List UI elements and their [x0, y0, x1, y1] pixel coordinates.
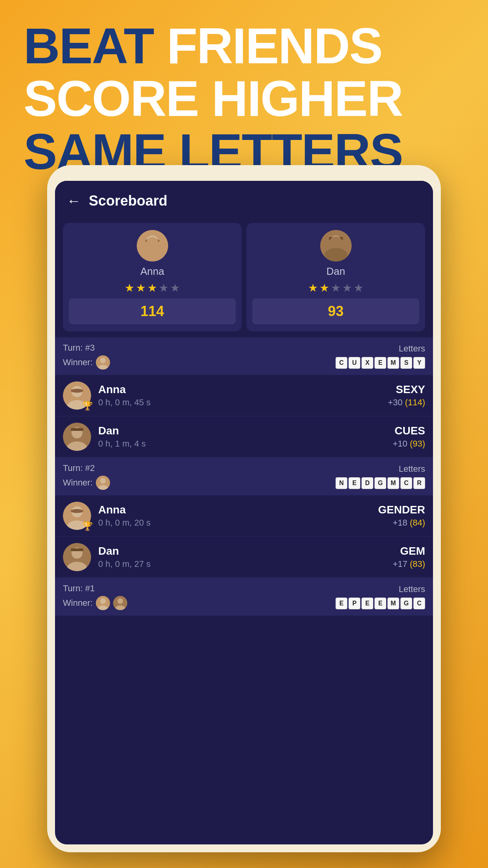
player-name-anna: Anna: [140, 265, 164, 278]
letters-label-2: Letters: [399, 464, 425, 474]
stars-anna: ★ ★ ★ ★ ★: [125, 281, 180, 294]
move-points: +30 (114): [388, 397, 425, 408]
hero-line-1: BEAT FRIENDS: [24, 20, 464, 72]
score-dan: 93: [252, 298, 419, 324]
move-player-name-anna-2: Anna: [98, 504, 371, 516]
tile: X: [361, 357, 373, 369]
total-dan-2: (83): [410, 559, 425, 569]
tile: M: [387, 477, 399, 489]
turn-divider-3: Turn: #3 Winner: Letters: [55, 337, 433, 375]
star-5: ★: [354, 281, 363, 294]
move-word: SEXY: [388, 383, 425, 396]
move-info-dan-2: Dan 0 h, 0 m, 27 s: [98, 545, 385, 569]
tile: E: [349, 477, 360, 489]
star-2: ★: [319, 281, 329, 294]
tile: S: [400, 357, 412, 369]
winner-text-3: Winner:: [63, 357, 93, 368]
players-row: Anna ★ ★ ★ ★ ★ 114: [55, 217, 433, 337]
hero-friends: FRIENDS: [154, 18, 382, 74]
total-points: (114): [405, 397, 425, 407]
game-log[interactable]: Turn: #3 Winner: Letters: [55, 337, 433, 844]
move-avatar-wrap-dan: [63, 423, 91, 451]
turn-winner-3: Winner:: [63, 355, 110, 370]
svg-point-2: [141, 250, 163, 261]
star-5: ★: [170, 281, 180, 294]
move-row-dan-3: Dan 0 h, 1 m, 4 s CUES +10 (93): [55, 416, 433, 458]
move-avatar-wrap-dan-2: [63, 543, 91, 571]
svg-rect-7: [329, 237, 343, 240]
move-score-anna-3: SEXY +30 (114): [388, 383, 425, 408]
turn-label-2: Turn: #2: [63, 463, 110, 473]
tile: C: [400, 477, 412, 489]
move-avatar-dan: [63, 423, 91, 451]
svg-point-20: [100, 478, 106, 484]
svg-point-4: [320, 230, 352, 261]
move-info-dan-3: Dan 0 h, 1 m, 4 s: [98, 425, 385, 449]
move-time-dan-2: 0 h, 0 m, 27 s: [98, 559, 385, 569]
tile: E: [336, 598, 347, 609]
back-button[interactable]: ←: [67, 193, 81, 209]
total-points-dan: (93): [410, 439, 425, 449]
tile: M: [387, 357, 399, 369]
turn-left-2: Turn: #2 Winner:: [63, 463, 110, 490]
letters-label-3: Letters: [399, 344, 425, 354]
move-word-dan: CUES: [393, 425, 425, 437]
star-4: ★: [342, 281, 352, 294]
move-player-name-dan-2: Dan: [98, 545, 385, 557]
hero-section: BEAT FRIENDS SCORE HIGHER SAME LETTERS: [24, 20, 464, 178]
turn-left-1: Turn: #1 Winner:: [63, 583, 127, 610]
winner-text-1: Winner:: [63, 598, 93, 608]
avatar-anna: [137, 230, 168, 261]
tiles-3: C U X E M S Y: [336, 357, 425, 369]
player-name-dan: Dan: [327, 265, 345, 278]
star-1: ★: [308, 281, 318, 294]
tile: M: [387, 598, 399, 609]
svg-point-25: [71, 509, 83, 513]
score-anna: 114: [69, 298, 236, 324]
svg-rect-29: [71, 548, 83, 551]
winner-avatar-anna-3: [96, 355, 110, 370]
turn-divider-1: Turn: #1 Winner:: [55, 578, 433, 616]
tiles-1: E P E E M G C: [336, 598, 425, 609]
winner-text-2: Winner:: [63, 478, 93, 488]
player-card-anna: Anna ★ ★ ★ ★ ★ 114: [63, 223, 242, 331]
move-points-dan: +10 (93): [393, 439, 425, 449]
svg-point-6: [325, 250, 347, 261]
svg-point-31: [100, 598, 106, 604]
move-word-anna-2: GENDER: [378, 504, 425, 516]
move-avatar-wrap-anna-2: 🏆: [63, 502, 91, 530]
tile: R: [413, 477, 425, 489]
tile: Y: [413, 357, 425, 369]
winner-avatar-anna-1: [96, 596, 110, 610]
turn-winner-1: Winner:: [63, 596, 127, 610]
move-time-dan: 0 h, 1 m, 4 s: [98, 439, 385, 449]
move-time-anna-2: 0 h, 0 m, 20 s: [98, 518, 371, 528]
letters-right-3: Letters C U X E M S Y: [336, 344, 425, 369]
trophy-badge-anna-2: 🏆: [82, 521, 93, 531]
move-points-dan-2: +17 (83): [393, 559, 425, 569]
tile: P: [349, 598, 360, 609]
tile: G: [374, 477, 386, 489]
move-word-dan-2: GEM: [393, 545, 425, 557]
tile: C: [336, 357, 347, 369]
move-info-anna-3: Anna 0 h, 0 m, 45 s: [98, 383, 381, 408]
screen-title: Scoreboard: [89, 193, 167, 209]
move-score-dan-3: CUES +10 (93): [393, 425, 425, 449]
move-row-anna-3: 🏆 Anna 0 h, 0 m, 45 s SEXY +30 (114): [55, 375, 433, 416]
turn-left-3: Turn: #3 Winner:: [63, 343, 110, 370]
move-row-anna-2: 🏆 Anna 0 h, 0 m, 20 s GENDER +18 (84): [55, 495, 433, 537]
svg-point-0: [137, 230, 168, 261]
svg-point-9: [100, 358, 106, 363]
star-2: ★: [136, 281, 146, 294]
svg-rect-18: [71, 428, 83, 431]
move-avatar-dan-2: [63, 543, 91, 571]
move-score-dan-2: GEM +17 (83): [393, 545, 425, 569]
move-time: 0 h, 0 m, 45 s: [98, 397, 381, 408]
tile: C: [413, 598, 425, 609]
svg-point-1: [146, 235, 159, 248]
star-3: ★: [331, 281, 341, 294]
tile: G: [400, 598, 412, 609]
turn-label-3: Turn: #3: [63, 343, 110, 353]
letters-right-2: Letters N E D G M C R: [336, 464, 425, 489]
tile: N: [336, 477, 347, 489]
